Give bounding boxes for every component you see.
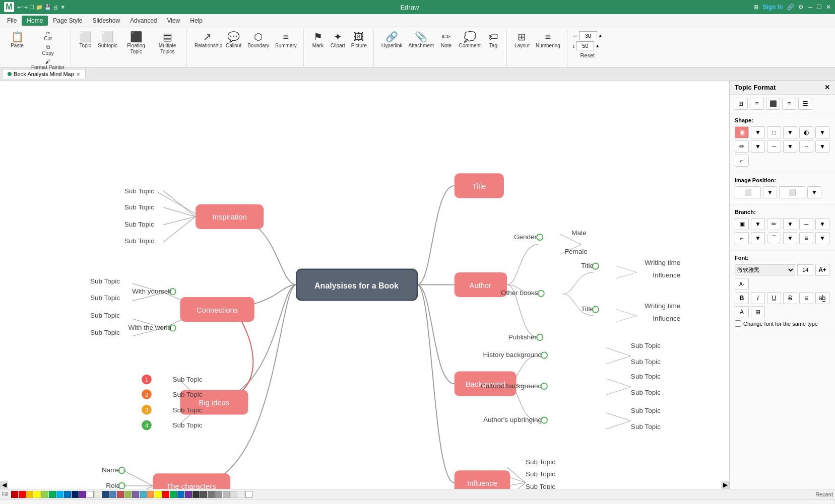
branch-color-btn[interactable]: ▣ xyxy=(735,218,749,230)
swatch-20[interactable] xyxy=(155,491,162,498)
img-right-dropdown[interactable]: ▼ xyxy=(807,186,821,198)
panel-layout-btn[interactable]: ⬛ xyxy=(766,98,780,110)
branch-line-btn[interactable]: ─ xyxy=(799,218,813,230)
copy-btn[interactable]: ⧉Copy xyxy=(29,43,67,57)
swatch-4[interactable] xyxy=(34,491,41,498)
height-input[interactable] xyxy=(576,41,594,50)
cut-btn[interactable]: ✂Cut xyxy=(29,29,67,42)
swatch-6[interactable] xyxy=(49,491,56,498)
font-size-down-btn[interactable]: A- xyxy=(735,278,749,290)
paste-btn[interactable]: 📋 Paste xyxy=(6,29,28,61)
hyperlink-btn[interactable]: 🔗 Hyperlink xyxy=(379,29,405,61)
italic-btn[interactable]: I xyxy=(751,292,765,304)
change-font-checkbox[interactable] xyxy=(735,320,741,327)
minimize-btn[interactable]: ─ xyxy=(808,4,812,11)
main-tab[interactable]: Book Analysis Mind Map ✕ xyxy=(2,69,86,79)
branch-style-dropdown[interactable]: ▼ xyxy=(815,232,829,244)
swatch-10[interactable] xyxy=(79,491,86,498)
shape-style-dropdown[interactable]: ▼ xyxy=(815,126,829,138)
swatch-14[interactable] xyxy=(109,491,116,498)
swatch-12[interactable] xyxy=(94,491,101,498)
boundary-btn[interactable]: ⬡ Boundary xyxy=(245,29,272,61)
line-style-dropdown[interactable]: ▼ xyxy=(783,140,797,153)
picture-btn[interactable]: 🖼 Picture xyxy=(349,29,369,61)
dash-style-btn[interactable]: ╌ xyxy=(799,140,813,153)
note-btn[interactable]: ✏ Note xyxy=(437,29,456,61)
mark-btn[interactable]: ⚑ Mark xyxy=(309,29,327,61)
edit-shape-btn[interactable]: ✏ xyxy=(735,140,749,153)
swatch-32[interactable] xyxy=(245,491,252,498)
swatch-31[interactable] xyxy=(238,491,245,498)
width-up[interactable]: ▲ xyxy=(598,33,603,38)
swatch-9[interactable] xyxy=(72,491,79,498)
panel-list-btn[interactable]: ≡ xyxy=(782,98,796,110)
swatch-26[interactable] xyxy=(200,491,207,498)
bold-btn[interactable]: B xyxy=(735,292,749,304)
attachment-btn[interactable]: 📎 Attachment xyxy=(406,29,436,61)
canvas[interactable]: ◀ ▶ xyxy=(0,81,729,489)
height-up[interactable]: ▲ xyxy=(595,43,600,48)
swatch-16[interactable] xyxy=(124,491,132,498)
line-dropdown-btn[interactable]: ▼ xyxy=(783,126,797,138)
branch-edit-btn[interactable]: ✏ xyxy=(767,218,781,230)
tab-close-btn[interactable]: ✕ xyxy=(76,71,80,77)
close-btn[interactable]: ✕ xyxy=(826,4,831,11)
swatch-28[interactable] xyxy=(215,491,222,498)
menu-home[interactable]: Home xyxy=(22,16,48,26)
swatch-22[interactable] xyxy=(170,491,177,498)
swatch-15[interactable] xyxy=(117,491,124,498)
panel-format-btn[interactable]: ⊞ xyxy=(734,98,748,110)
img-left-btn[interactable]: ⬜ xyxy=(735,186,761,198)
swatch-11[interactable] xyxy=(87,491,94,498)
fill-dropdown-btn[interactable]: ▼ xyxy=(751,126,765,138)
branch-style-btn[interactable]: ≡ xyxy=(799,232,813,244)
corner-btn[interactable]: ⌐ xyxy=(735,155,749,167)
line-style-btn[interactable]: ─ xyxy=(767,140,781,153)
topic-btn[interactable]: ⬜ Topic xyxy=(76,29,94,61)
sign-in-btn[interactable]: Sign In xyxy=(762,4,783,11)
screen-btn[interactable]: ⊞ xyxy=(753,4,758,11)
menu-help[interactable]: Help xyxy=(185,16,208,26)
menu-page-style[interactable]: Page Style xyxy=(48,16,87,26)
swatch-8[interactable] xyxy=(64,491,71,498)
font-size-input[interactable] xyxy=(797,264,813,275)
maximize-btn[interactable]: ☐ xyxy=(816,4,822,11)
swatch-19[interactable] xyxy=(147,491,154,498)
branch-edit-dropdown[interactable]: ▼ xyxy=(783,218,797,230)
align-btn[interactable]: ≡ xyxy=(799,292,813,304)
panel-align-btn[interactable]: ≡ xyxy=(750,98,764,110)
panel-close-btn[interactable]: ✕ xyxy=(824,84,830,91)
callout-btn[interactable]: 💬 Callout xyxy=(223,29,244,61)
font-size-up-btn[interactable]: A+ xyxy=(815,264,829,276)
branch-curve-dropdown[interactable]: ▼ xyxy=(783,232,797,244)
menu-slideshow[interactable]: Slideshow xyxy=(87,16,125,26)
swatch-17[interactable] xyxy=(132,491,139,498)
dash-style-dropdown[interactable]: ▼ xyxy=(815,140,829,153)
line-color-btn[interactable]: □ xyxy=(767,126,781,138)
img-right-btn[interactable]: ⬜ xyxy=(779,186,805,198)
swatch-23[interactable] xyxy=(177,491,184,498)
font-name-select[interactable]: 微软雅黑 xyxy=(735,264,795,275)
swatch-1[interactable] xyxy=(11,491,18,498)
subtopic-btn[interactable]: ⬜ Subtopic xyxy=(95,29,120,61)
width-input[interactable] xyxy=(579,31,597,40)
branch-corner-btn[interactable]: ⌐ xyxy=(735,232,749,244)
reset-btn[interactable]: Reset xyxy=(572,51,603,59)
relationship-btn[interactable]: ↗ Relationship xyxy=(192,29,222,61)
comment-btn[interactable]: 💭 Comment xyxy=(457,29,483,61)
menu-view[interactable]: View xyxy=(162,16,185,26)
branch-color-dropdown[interactable]: ▼ xyxy=(751,218,765,230)
branch-curve-btn[interactable]: ⌒ xyxy=(767,232,781,244)
swatch-30[interactable] xyxy=(230,491,237,498)
edit-shape-dropdown[interactable]: ▼ xyxy=(751,140,765,153)
swatch-29[interactable] xyxy=(223,491,230,498)
swatch-21[interactable] xyxy=(162,491,169,498)
img-dropdown-btn[interactable]: ▼ xyxy=(763,186,777,198)
multiple-topics-btn[interactable]: ▤ Multiple Topics xyxy=(152,29,182,61)
swatch-25[interactable] xyxy=(192,491,200,498)
underline-btn[interactable]: U xyxy=(767,292,781,304)
swatch-7[interactable] xyxy=(56,491,63,498)
swatch-2[interactable] xyxy=(19,491,26,498)
strikethrough-btn[interactable]: S xyxy=(783,292,797,304)
layout-btn[interactable]: ⊞ Layout xyxy=(512,29,532,61)
